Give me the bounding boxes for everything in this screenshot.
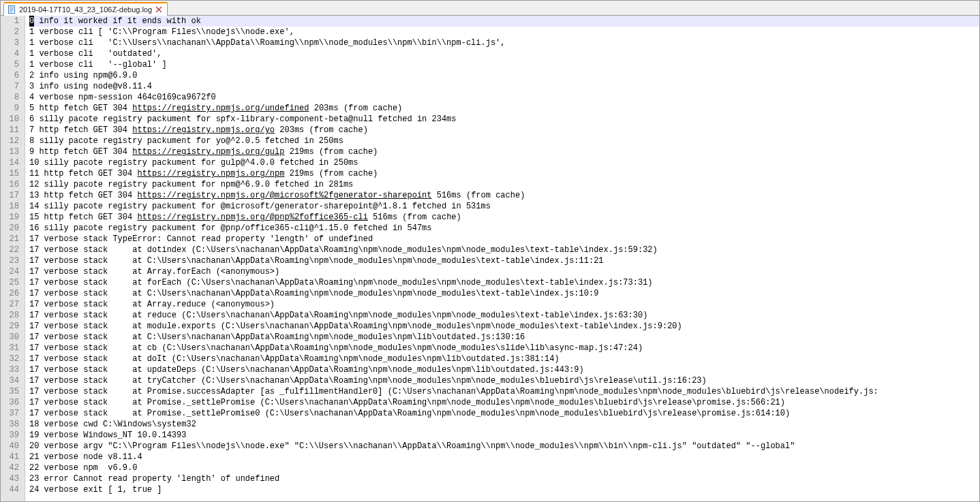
log-segment: 17 verbose stack at C:\Users\nachanan\Ap… [29,332,525,342]
log-segment: 17 verbose stack at cb (C:\Users\nachana… [29,343,643,353]
log-segment: 17 verbose stack at Promise._settlePromi… [29,398,785,407]
log-segment: 203ms (from cache) [309,104,402,113]
log-line: 17 verbose stack at Promise._settlePromi… [29,397,979,408]
log-line: 17 verbose stack at doIt (C:\Users\nacha… [29,354,979,364]
line-number: 7 [3,81,19,92]
log-segment: 5 http fetch GET 304 [29,104,132,113]
log-segment: 11 http fetch GET 304 [29,169,137,178]
log-line: 17 verbose stack at Promise.successAdapt… [29,386,979,397]
line-number: 31 [3,343,19,354]
log-segment: 1 verbose cli '--global' ] [29,60,167,69]
line-number-gutter: 1234567891011121314151617181920212223242… [1,16,25,501]
log-line: 17 verbose stack at C:\Users\nachanan\Ap… [29,255,979,266]
line-number: 20 [3,223,19,234]
log-line: 17 verbose stack at Promise._settlePromi… [29,408,979,419]
line-number: 23 [3,255,19,266]
line-number: 6 [3,70,19,81]
log-segment: 12 silly pacote registry packument for n… [29,180,353,189]
line-number: 2 [3,27,19,37]
log-segment: 24 verbose exit [ 1, true ] [29,485,162,495]
line-number: 5 [3,59,19,70]
log-segment: 17 verbose stack at Promise.successAdapt… [29,387,878,396]
log-line: 1 verbose cli '--global' ] [29,59,979,70]
url-link[interactable]: https://registry.npmjs.org/@pnp%2foffice… [137,213,367,222]
log-line: 8 silly pacote registry packument for yo… [29,136,979,146]
log-segment: 17 verbose stack at dotindex (C:\Users\n… [29,245,658,255]
log-line: 11 http fetch GET 304 https://registry.n… [29,168,979,179]
line-number: 9 [3,103,19,114]
log-segment: 20 verbose argv "C:\\Program Files\\node… [29,441,795,451]
line-number: 22 [3,245,19,255]
line-number: 32 [3,354,19,364]
log-segment: 17 verbose stack at reduce (C:\Users\nac… [29,311,647,320]
log-line: 3 info using node@v8.11.4 [29,81,979,92]
tab-bar: 2019-04-17T10_43_23_106Z-debug.log [1,1,979,16]
url-link[interactable]: https://registry.npmjs.org/undefined [132,104,309,113]
close-icon[interactable] [155,5,163,14]
line-number: 40 [3,441,19,452]
log-segment: 1 verbose cli [ 'C:\\Program Files\\node… [29,27,294,37]
line-number: 30 [3,332,19,343]
editor-area: 1234567891011121314151617181920212223242… [1,16,979,501]
line-number: 11 [3,125,19,136]
log-line: 17 verbose stack TypeError: Cannot read … [29,234,979,245]
log-line: 14 silly pacote registry packument for @… [29,201,979,212]
log-segment: 17 verbose stack at Array.reduce (<anony… [29,300,275,309]
line-number: 24 [3,266,19,277]
log-line: 9 http fetch GET 304 https://registry.np… [29,146,979,157]
file-icon [7,5,16,14]
log-segment: 22 verbose npm v6.9.0 [29,463,137,473]
line-number: 3 [3,37,19,48]
log-segment: 219ms (from cache) [284,169,378,178]
text-content[interactable]: 0 info it worked if it ends with ok1 ver… [25,16,979,501]
line-number: 26 [3,288,19,299]
url-link[interactable]: https://registry.npmjs.org/gulp [132,147,284,157]
log-segment: 17 verbose stack at updateDeps (C:\Users… [29,365,584,375]
url-link[interactable]: https://registry.npmjs.org/yo [132,125,275,135]
log-line: 17 verbose stack at dotindex (C:\Users\n… [29,245,979,255]
line-number: 38 [3,419,19,430]
log-line: 7 http fetch GET 304 https://registry.np… [29,125,979,136]
url-link[interactable]: https://registry.npmjs.org/npm [137,169,284,178]
line-number: 17 [3,190,19,201]
line-number: 29 [3,321,19,332]
log-segment: 18 verbose cwd C:\Windows\system32 [29,420,196,429]
log-segment: 4 verbose npm-session 464c0169ca9672f0 [29,93,216,102]
tab-title: 2019-04-17T10_43_23_106Z-debug.log [19,5,152,14]
log-line: 5 http fetch GET 304 https://registry.np… [29,103,979,114]
log-line: 20 verbose argv "C:\\Program Files\\node… [29,441,979,452]
log-segment: 6 silly pacote registry packument for sp… [29,114,457,124]
line-number: 44 [3,484,19,495]
text-cursor: 0 [29,16,34,27]
log-segment: 17 verbose stack TypeError: Cannot read … [29,234,373,244]
log-line: 17 verbose stack at cb (C:\Users\nachana… [29,343,979,354]
line-number: 1 [3,16,19,27]
log-line: 1 verbose cli 'outdated', [29,48,979,59]
log-segment: 1 verbose cli 'C:\\Users\\nachanan\\AppD… [29,38,506,48]
line-number: 39 [3,430,19,441]
log-line: 21 verbose node v8.11.4 [29,452,979,462]
line-number: 36 [3,397,19,408]
log-line: 4 verbose npm-session 464c0169ca9672f0 [29,92,979,103]
line-number: 42 [3,462,19,473]
log-segment: 17 verbose stack at module.exports (C:\U… [29,321,682,331]
log-line: 17 verbose stack at forEach (C:\Users\na… [29,277,979,288]
log-line: 17 verbose stack at updateDeps (C:\Users… [29,364,979,375]
log-segment: 17 verbose stack at C:\Users\nachanan\Ap… [29,256,604,266]
line-number: 15 [3,168,19,179]
log-line: 17 verbose stack at reduce (C:\Users\nac… [29,310,979,321]
line-number: 25 [3,277,19,288]
log-line: 17 verbose stack at module.exports (C:\U… [29,321,979,332]
url-link[interactable]: https://registry.npmjs.org/@microsoft%2f… [137,191,431,200]
log-line: 18 verbose cwd C:\Windows\system32 [29,419,979,430]
file-tab[interactable]: 2019-04-17T10_43_23_106Z-debug.log [3,2,168,16]
log-line: 2 info using npm@6.9.0 [29,70,979,81]
log-segment: 219ms (from cache) [284,147,378,157]
line-number: 10 [3,114,19,125]
log-segment: 19 verbose Windows_NT 10.0.14393 [29,430,186,440]
line-number: 34 [3,375,19,386]
log-segment: 7 http fetch GET 304 [29,125,132,135]
log-line: 1 verbose cli 'C:\\Users\\nachanan\\AppD… [29,37,979,48]
log-line: 17 verbose stack at tryCatcher (C:\Users… [29,375,979,386]
line-number: 43 [3,473,19,484]
